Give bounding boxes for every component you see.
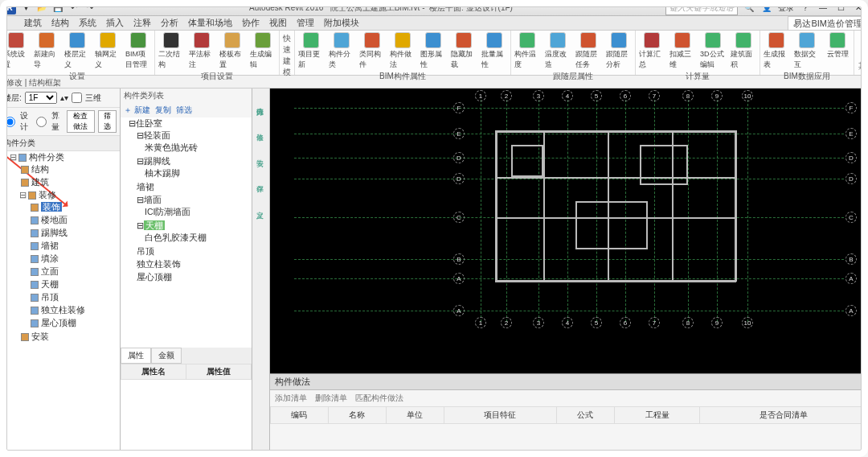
tree-node[interactable]: 独立柱装饰 (137, 258, 252, 271)
vertical-tool-button[interactable]: 安装 (255, 143, 268, 164)
tree-node[interactable]: 屋心顶棚 (137, 271, 252, 284)
tab-amount[interactable]: 金额 (151, 348, 182, 364)
ribbon-button[interactable]: 云管理 (825, 32, 850, 60)
redo-icon[interactable]: ↷ (84, 2, 96, 14)
vertical-tool-button[interactable]: 库内分拣 (255, 92, 268, 113)
menu-tab[interactable]: 建筑 (19, 16, 47, 30)
tree-node[interactable]: ⊟轻装面 米黄色抛光砖 (137, 130, 252, 155)
ribbon-button[interactable]: 计算汇总 (639, 32, 665, 70)
tree-node[interactable]: 独立柱装修 (29, 304, 120, 317)
component-tree[interactable]: ⊟住卧室⊟轻装面 米黄色抛光砖⊟踢脚线 柚木踢脚 墙裙⊟墙面 ICI防潮墙面⊟天… (121, 117, 252, 348)
vertical-tool-button[interactable]: 装修 (255, 117, 268, 138)
vertical-tool-button[interactable]: 保存 (255, 169, 268, 190)
tree-node[interactable]: ⊟装修 装饰 楼地面 踢脚线 墙裙 填涂 立面 天棚 吊顶 独立柱装修 屋心顶棚 (19, 189, 120, 331)
ribbon-button[interactable]: 批量属性 (481, 32, 507, 70)
search-icon[interactable]: 🔍 (743, 2, 755, 14)
tree-node[interactable]: 建筑 (19, 176, 120, 189)
tree-node[interactable]: 米黄色抛光砖 (145, 142, 252, 154)
ribbon-button[interactable]: 跟随层任务 (575, 32, 601, 70)
tree-node[interactable]: 吊顶 (137, 245, 252, 258)
minimize-icon[interactable]: — (817, 2, 829, 14)
ribbon-button[interactable]: 轴网定义 (95, 32, 121, 70)
undo-icon[interactable]: ↶ (68, 2, 80, 14)
ribbon-button[interactable]: 跟随层分析 (606, 32, 632, 70)
login-link[interactable]: 登录 (778, 2, 794, 14)
tree-node[interactable]: 立面 (29, 266, 120, 278)
calc-radio[interactable] (36, 117, 47, 127)
add-component-button[interactable]: ＋ 新建 (124, 105, 150, 116)
ribbon-button[interactable]: 平法标注 (189, 32, 215, 70)
ribbon-button[interactable]: BIM项目管理 (125, 32, 151, 70)
tree-toggle-icon[interactable]: ⊟ (137, 156, 144, 166)
close-icon[interactable]: ✕ (852, 2, 865, 14)
ribbon-button[interactable]: 新建向导 (34, 32, 59, 70)
property-tabs[interactable]: 属性 金额 (121, 348, 252, 364)
ribbon-button[interactable]: 3D公式编辑 (700, 32, 726, 70)
tree-node[interactable]: 墙裙 (137, 181, 252, 194)
tree-node[interactable]: 踢脚线 (29, 227, 120, 240)
tree-node[interactable]: ⊟住卧室⊟轻装面 米黄色抛光砖⊟踢脚线 柚木踢脚 墙裙⊟墙面 ICI防潮墙面⊟天… (129, 117, 252, 285)
menu-tab[interactable]: 视图 (264, 16, 292, 30)
ribbon-button[interactable]: 建筑面积 (731, 32, 756, 70)
tree-node[interactable]: 柚木踢脚 (145, 167, 252, 180)
tree-node[interactable]: 吊顶 (29, 291, 120, 304)
method-tool-button[interactable]: 删除清单 (315, 393, 347, 404)
menu-tab[interactable]: 附加模块 (319, 16, 364, 30)
tab-properties[interactable]: 属性 (121, 348, 151, 364)
ribbon-button[interactable]: 隐藏加载 (451, 32, 477, 70)
three-d-checkbox[interactable] (72, 93, 82, 103)
menu-tab[interactable]: 协作 (237, 16, 264, 30)
ribbon-button[interactable]: 楼板布置 (219, 32, 245, 70)
method-toolbar[interactable]: 添加清单删除清单匹配构件做法 (270, 390, 868, 406)
menu-tab[interactable]: 管理 (292, 16, 319, 30)
ribbon-button[interactable]: 楼层定义 (64, 32, 90, 70)
tree-node[interactable]: 结构 (19, 163, 120, 176)
ribbon-button[interactable]: 图形属性 (420, 32, 446, 70)
menu-tab[interactable]: 体量和场地 (183, 16, 237, 30)
help-icon[interactable]: ? (799, 2, 812, 14)
drawing-canvas[interactable]: FFEEDDDDCCBBAAAA1122334455667788991010 (270, 89, 868, 373)
ribbon-button[interactable]: 构件温度 (514, 32, 540, 70)
tree-node[interactable]: 装饰 (29, 201, 120, 214)
tree-node[interactable]: 填涂 (29, 253, 120, 266)
tree-toggle-icon[interactable]: ⊟ (137, 220, 144, 230)
search-input[interactable]: 键入关键字或短语 (665, 1, 738, 15)
ribbon-button[interactable]: 二次结构 (158, 32, 184, 70)
copy-component-button[interactable]: 复制 (155, 105, 171, 116)
design-radio[interactable] (5, 117, 15, 127)
ribbon-button[interactable]: 生成编辑 (250, 32, 276, 70)
menu-tab-current[interactable]: 易达BIM造价管理 (788, 16, 868, 30)
save-icon[interactable]: 💾 (51, 2, 64, 14)
ribbon-button[interactable]: 系统设置 (3, 32, 29, 70)
tree-toggle-icon[interactable]: ⊟ (129, 118, 136, 128)
tree-node[interactable]: ⊟天棚 白色乳胶漆天棚 (137, 220, 252, 245)
open-icon[interactable]: 📂 (35, 2, 48, 14)
floor-select[interactable]: 1F (25, 92, 57, 104)
tree-node[interactable]: 楼地面 (29, 214, 120, 227)
tree-node[interactable]: ⊟踢脚线 柚木踢脚 (137, 155, 252, 181)
category-tree[interactable]: ⊟构件分类 结构 建筑⊟装修 装饰 楼地面 踢脚线 墙裙 填涂 立面 天棚 吊顶… (0, 150, 120, 457)
ribbon-button[interactable]: 温度改造 (545, 32, 571, 70)
ribbon-button[interactable]: 数据交互 (794, 32, 820, 70)
ribbon-button[interactable]: 类同构件 (359, 32, 385, 70)
floor-spin-icon[interactable]: ▴▾ (60, 93, 68, 102)
filter-component-button[interactable]: 筛选 (176, 105, 192, 116)
menu-tab[interactable]: 注释 (129, 16, 156, 30)
ribbon-button[interactable]: 构件分类 (329, 32, 354, 70)
tree-toggle-icon[interactable]: ⊟ (137, 195, 144, 204)
tree-node[interactable]: 天棚 (29, 278, 120, 291)
tree-node[interactable]: 墙裙 (29, 240, 120, 253)
menu-tab[interactable]: 插入 (101, 16, 129, 30)
tree-node[interactable]: ⊟构件分类 结构 建筑⊟装修 装饰 楼地面 踢脚线 墙裙 填涂 立面 天棚 吊顶… (10, 151, 120, 344)
method-tool-button[interactable]: 匹配构件做法 (355, 393, 403, 404)
tree-toggle-icon[interactable]: ⊟ (19, 190, 27, 200)
menu-tab[interactable]: 系统 (74, 16, 101, 30)
method-tool-button[interactable]: 添加清单 (275, 393, 307, 404)
check-method-button[interactable]: 检查做法 (67, 110, 96, 133)
menu-dropdown-icon[interactable]: ▾ (19, 2, 32, 14)
ribbon-button[interactable]: 帮助 (858, 32, 868, 60)
menu-tabs[interactable]: 建筑结构系统插入注释分析体量和场地协作视图管理附加模块易达BIM造价管理 (0, 16, 868, 31)
tree-node[interactable]: ⊟墙面 ICI防潮墙面 (137, 194, 252, 220)
user-icon[interactable]: 👤 (760, 2, 773, 14)
tree-node[interactable]: 屋心顶棚 (29, 317, 120, 330)
